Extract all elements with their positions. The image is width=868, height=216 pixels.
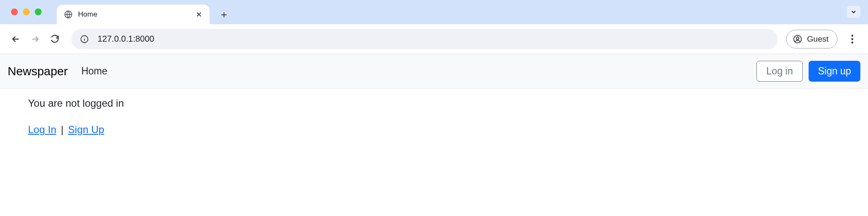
back-button[interactable] xyxy=(8,31,24,47)
kebab-menu-icon[interactable] xyxy=(844,31,860,47)
svg-point-8 xyxy=(851,41,854,43)
browser-toolbar: 127.0.0.1:8000 Guest xyxy=(0,24,868,54)
profile-button[interactable]: Guest xyxy=(786,30,837,48)
new-tab-button[interactable] xyxy=(216,7,232,23)
separator: | xyxy=(61,124,63,135)
login-button[interactable]: Log in xyxy=(756,61,803,82)
reload-button[interactable] xyxy=(47,31,63,47)
login-link[interactable]: Log In xyxy=(28,124,56,135)
profile-label: Guest xyxy=(807,34,829,44)
close-tab-icon[interactable] xyxy=(195,11,203,18)
globe-icon xyxy=(64,10,73,19)
signup-button[interactable]: Sign up xyxy=(809,61,860,82)
site-info-icon[interactable] xyxy=(80,34,89,44)
browser-tab[interactable]: Home xyxy=(57,5,210,24)
brand-logo[interactable]: Newspaper xyxy=(8,65,68,78)
tab-search-button[interactable] xyxy=(847,6,860,18)
nav-link-home[interactable]: Home xyxy=(81,65,107,77)
svg-point-7 xyxy=(851,38,854,40)
browser-tab-strip: Home xyxy=(0,0,868,24)
address-bar[interactable]: 127.0.0.1:8000 xyxy=(71,29,778,49)
svg-point-6 xyxy=(851,34,854,37)
close-window-button[interactable] xyxy=(11,9,18,15)
forward-button[interactable] xyxy=(27,31,43,47)
navbar-actions: Log in Sign up xyxy=(756,61,860,82)
page-content: You are not logged in Log In | Sign Up xyxy=(0,89,868,144)
tab-title: Home xyxy=(78,10,195,19)
auth-links: Log In | Sign Up xyxy=(28,124,840,136)
window-controls xyxy=(11,9,42,15)
signup-link[interactable]: Sign Up xyxy=(68,124,104,135)
maximize-window-button[interactable] xyxy=(35,9,42,15)
site-navbar: Newspaper Home Log in Sign up xyxy=(0,54,868,89)
login-status-text: You are not logged in xyxy=(28,97,840,109)
svg-point-5 xyxy=(796,37,799,40)
minimize-window-button[interactable] xyxy=(23,9,30,15)
person-icon xyxy=(792,34,803,44)
url-text: 127.0.0.1:8000 xyxy=(98,34,154,44)
